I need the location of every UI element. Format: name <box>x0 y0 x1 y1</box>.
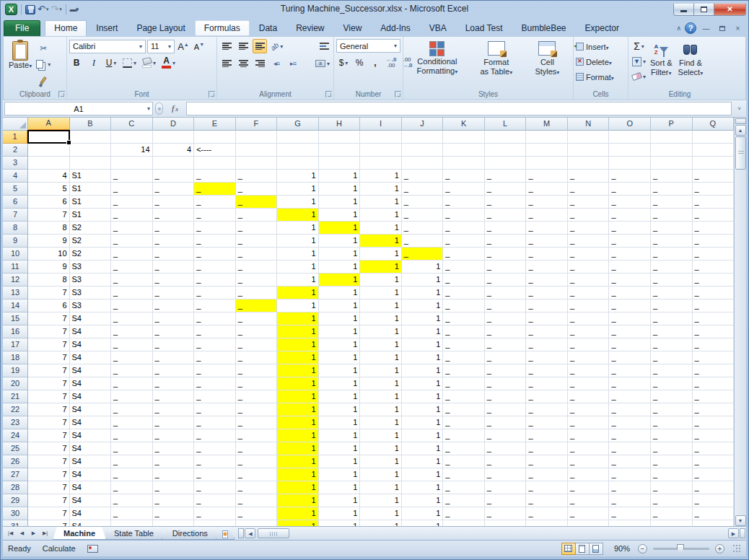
head-cell-G7[interactable]: 1 <box>277 209 319 222</box>
row-header-8[interactable]: 8 <box>3 222 28 235</box>
row-header-12[interactable]: 12 <box>3 274 28 286</box>
col-header-J[interactable]: J <box>402 118 444 131</box>
cell-D18[interactable]: _ <box>153 351 195 364</box>
cell-O23[interactable]: _ <box>609 416 651 429</box>
cell-I25[interactable]: 1 <box>360 442 402 455</box>
cell-N18[interactable]: _ <box>568 351 610 364</box>
ribbon-tab-page-layout[interactable]: Page Layout <box>127 20 194 36</box>
cell-P4[interactable]: _ <box>651 170 693 183</box>
row-header-30[interactable]: 30 <box>3 507 28 520</box>
head-cell-G30[interactable]: 1 <box>277 507 319 520</box>
cell-M10[interactable]: _ <box>526 248 568 261</box>
cell-O7[interactable]: _ <box>609 209 651 222</box>
head-cell-G21[interactable]: 1 <box>277 390 319 403</box>
cell-M21[interactable]: _ <box>526 390 568 403</box>
cell-K13[interactable]: _ <box>443 286 485 299</box>
head-cell-G18[interactable]: 1 <box>277 351 319 364</box>
cell-P30[interactable]: _ <box>651 507 693 520</box>
cell-K31[interactable]: _ <box>443 520 485 526</box>
row-header-13[interactable]: 13 <box>3 286 28 299</box>
cell-F2[interactable] <box>236 144 278 157</box>
cell-C25[interactable]: _ <box>111 442 153 455</box>
cell-F12[interactable]: _ <box>236 274 278 286</box>
bottom-align-button[interactable] <box>253 39 267 53</box>
workbook-restore-button[interactable] <box>716 25 728 32</box>
cell-H24[interactable]: 1 <box>319 429 361 442</box>
cell-N12[interactable]: _ <box>568 274 610 286</box>
cell-Q6[interactable]: _ <box>693 196 735 209</box>
cell-A14[interactable]: 6 <box>28 299 70 312</box>
cell-Q31[interactable]: _ <box>693 520 735 526</box>
cell-K12[interactable]: _ <box>443 274 485 286</box>
tab-split-handle[interactable] <box>238 528 244 538</box>
cell-J9[interactable]: _ <box>402 235 444 248</box>
cell-C31[interactable]: _ <box>111 520 153 526</box>
cell-F1[interactable] <box>236 131 278 144</box>
cell-E21[interactable]: _ <box>194 390 236 403</box>
cell-K25[interactable]: _ <box>443 442 485 455</box>
cell-Q29[interactable]: _ <box>693 494 735 507</box>
cell-K26[interactable]: _ <box>443 455 485 468</box>
cell-C1[interactable] <box>111 131 153 144</box>
cell-H20[interactable]: 1 <box>319 377 361 390</box>
cell-J3[interactable] <box>402 157 444 170</box>
cell-N24[interactable]: _ <box>568 429 610 442</box>
cell-F27[interactable]: _ <box>236 468 278 481</box>
cell-Q27[interactable]: _ <box>693 468 735 481</box>
cell-M27[interactable]: _ <box>526 468 568 481</box>
align-right-button[interactable] <box>253 56 267 71</box>
cell-C12[interactable]: _ <box>111 274 153 286</box>
cell-O16[interactable]: _ <box>609 325 651 338</box>
head-cell-G15[interactable]: 1 <box>277 312 319 325</box>
insert-cells-button[interactable]: Insert <box>576 39 626 54</box>
row-header-16[interactable]: 16 <box>3 325 28 338</box>
cell-M3[interactable] <box>526 157 568 170</box>
horizontal-split-handle[interactable] <box>740 528 745 538</box>
cell-B7[interactable]: S1 <box>70 209 112 222</box>
cell-K18[interactable]: _ <box>443 351 485 364</box>
cell-C8[interactable]: _ <box>111 222 153 235</box>
cell-D23[interactable]: _ <box>153 416 195 429</box>
zoom-level[interactable]: 90% <box>614 544 630 553</box>
cell-I6[interactable]: 1 <box>360 196 402 209</box>
collapse-ribbon-icon[interactable]: ∧ <box>676 25 681 32</box>
cell-A23[interactable]: 7 <box>28 416 70 429</box>
row-header-2[interactable]: 2 <box>3 144 28 157</box>
cell-D6[interactable]: _ <box>153 196 195 209</box>
cell-E22[interactable]: _ <box>194 403 236 416</box>
font-size-select[interactable]: 11▾ <box>147 40 175 53</box>
cell-H26[interactable]: 1 <box>319 455 361 468</box>
cell-K21[interactable]: _ <box>443 390 485 403</box>
cell-J26[interactable]: 1 <box>402 455 444 468</box>
cell-B19[interactable]: S4 <box>70 364 112 377</box>
cell-I8[interactable]: 1 <box>360 222 402 235</box>
cell-Q14[interactable]: _ <box>693 299 735 312</box>
macro-record-icon[interactable] <box>87 545 98 553</box>
cell-P25[interactable]: _ <box>651 442 693 455</box>
cell-G8[interactable]: 1 <box>277 222 319 235</box>
decrease-indent-button[interactable]: ◂≡ <box>269 56 284 71</box>
head-cell-G22[interactable]: 1 <box>277 403 319 416</box>
bold-button[interactable]: B <box>69 56 84 70</box>
ribbon-tab-load-test[interactable]: Load Test <box>456 20 512 36</box>
cell-F22[interactable]: _ <box>236 403 278 416</box>
cell-H10[interactable]: 1 <box>319 248 361 261</box>
cell-F13[interactable]: _ <box>236 286 278 299</box>
cell-N17[interactable]: _ <box>568 338 610 351</box>
cell-E20[interactable]: _ <box>194 377 236 390</box>
cell-G2[interactable] <box>277 144 319 157</box>
cell-H25[interactable]: 1 <box>319 442 361 455</box>
row-header-11[interactable]: 11 <box>3 261 28 274</box>
cell-Q15[interactable]: _ <box>693 312 735 325</box>
col-header-B[interactable]: B <box>70 118 112 131</box>
align-center-button[interactable] <box>236 56 250 71</box>
cell-I24[interactable]: 1 <box>360 429 402 442</box>
head-cell-G27[interactable]: 1 <box>277 468 319 481</box>
cell-E19[interactable]: _ <box>194 364 236 377</box>
cell-D2[interactable]: 4 <box>153 144 195 157</box>
cell-A6[interactable]: 6 <box>28 196 70 209</box>
cell-F17[interactable]: _ <box>236 338 278 351</box>
cell-K15[interactable]: _ <box>443 312 485 325</box>
cell-A18[interactable]: 7 <box>28 351 70 364</box>
row-header-17[interactable]: 17 <box>3 338 28 351</box>
